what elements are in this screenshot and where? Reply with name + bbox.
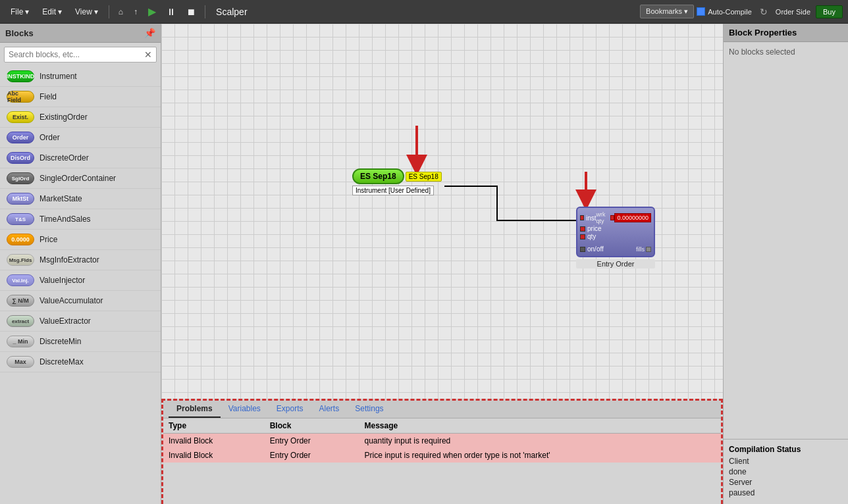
tab-variables[interactable]: Variables — [221, 401, 269, 418]
auto-compile-checkbox[interactable] — [697, 7, 705, 16]
block-icon: ∑ N/M — [7, 295, 34, 307]
server-status-row: Server — [729, 478, 843, 487]
main-layout: Blocks 📌 ✕ INSTKIND Instrument Abc Field… — [0, 24, 848, 504]
block-item-order[interactable]: Order Order — [0, 128, 161, 148]
tab-problems[interactable]: Problems — [169, 401, 221, 418]
block-label: ValueExtractor — [40, 316, 91, 326]
order-node-label: Entry Order — [576, 259, 655, 268]
fills-port-out — [646, 247, 651, 252]
no-selection-label: No blocks selected — [729, 47, 795, 57]
block-item-existingorder[interactable]: Exist. ExistingOrder — [0, 107, 161, 128]
order-row-onoff: on/off fills — [580, 245, 651, 253]
client-status-row: Client — [729, 457, 843, 466]
menu-separator-2 — [205, 5, 205, 18]
block-label: ValueAccumulator — [40, 296, 103, 305]
entry-order-node[interactable]: inst wrk qty 0.00000000 price qty — [576, 207, 655, 268]
search-input[interactable] — [5, 47, 140, 62]
block-label: ExistingOrder — [40, 113, 88, 122]
pin-icon[interactable]: 📌 — [144, 28, 155, 38]
block-icon: DisOrd — [7, 152, 34, 164]
canvas[interactable]: ES Sep18 ES Sep18 Instrument [User Defin… — [161, 24, 723, 399]
play-button[interactable]: ▶ — [144, 4, 160, 19]
block-icon: Max — [7, 356, 34, 368]
search-clear-button[interactable]: ✕ — [140, 49, 156, 60]
col-message: Message — [359, 418, 721, 434]
auto-compile-toggle[interactable]: Auto-Compile — [697, 7, 752, 16]
menu-bar: File ▾ Edit ▾ View ▾ ⌂ ↑ ▶ ⏸ ⏹ Scalper B… — [0, 0, 848, 24]
stop-button[interactable]: ⏹ — [182, 5, 199, 18]
qty-port-in — [580, 234, 585, 239]
table-header-row: TypeBlockMessage — [163, 418, 721, 434]
block-item-field[interactable]: Abc Field Field — [0, 87, 161, 107]
block-item-valueaccumulator[interactable]: ∑ N/M ValueAccumulator — [0, 291, 161, 311]
order-block: inst wrk qty 0.00000000 price qty — [576, 207, 655, 257]
block-item-marketstate[interactable]: MktSt MarketState — [0, 189, 161, 209]
bottom-table-container: TypeBlockMessage Invalid BlockEntry Orde… — [163, 418, 721, 463]
menu-separator-1 — [109, 5, 109, 18]
tab-settings[interactable]: Settings — [347, 401, 391, 418]
es-port: ES Sep18 — [406, 172, 442, 182]
nav-home-button[interactable]: ⌂ — [115, 6, 127, 18]
block-item-discretemax[interactable]: Max DiscreteMax — [0, 352, 161, 372]
block-label: Field — [40, 92, 57, 101]
bottom-tabs: ProblemsVariablesExportsAlertsSettings — [163, 401, 721, 418]
order-row-price: price — [580, 225, 651, 232]
nav-up-button[interactable]: ↑ — [130, 6, 142, 18]
block-icon: _ Min — [7, 336, 34, 347]
block-list: INSTKIND Instrument Abc Field Field Exis… — [0, 66, 161, 504]
bookmarks-button[interactable]: Bookmarks ▾ — [640, 5, 694, 18]
block-item-instrument[interactable]: INSTKIND Instrument — [0, 66, 161, 87]
refresh-icon[interactable]: ↻ — [760, 7, 768, 17]
block-item-singleordercontainer[interactable]: SglOrd SingleOrderContainer — [0, 168, 161, 189]
cell-block: Entry Order — [265, 434, 359, 449]
block-item-msginfoextractor[interactable]: Msg.Flds MsgInfoExtractor — [0, 250, 161, 270]
tab-exports[interactable]: Exports — [269, 401, 311, 418]
compilation-status-title: Compilation Status — [729, 445, 843, 454]
es-sep18-node[interactable]: ES Sep18 ES Sep18 Instrument [User Defin… — [352, 168, 442, 195]
es-box[interactable]: ES Sep18 — [352, 168, 404, 184]
block-icon: Order — [7, 132, 34, 143]
block-properties-content: No blocks selected — [724, 42, 848, 62]
block-label: DiscreteMax — [40, 357, 84, 366]
compilation-section: Compilation Status Client done Server pa… — [724, 439, 848, 504]
sidebar: Blocks 📌 ✕ INSTKIND Instrument Abc Field… — [0, 24, 161, 504]
block-icon: Val.Inj. — [7, 274, 34, 286]
edit-menu[interactable]: Edit ▾ — [37, 5, 67, 19]
block-icon: INSTKIND — [7, 70, 34, 82]
block-item-discreteorder[interactable]: DisOrd DiscreteOrder — [0, 148, 161, 168]
block-label: Price — [40, 235, 57, 244]
table-row: Invalid BlockEntry OrderPrice input is r… — [163, 448, 721, 463]
cell-block: Entry Order — [265, 448, 359, 463]
block-item-valueextractor[interactable]: extract ValueExtractor — [0, 311, 161, 332]
sidebar-title: Blocks — [5, 28, 34, 38]
block-item-valueinjector[interactable]: Val.Inj. ValueInjector — [0, 270, 161, 291]
client-label: Client — [729, 457, 749, 466]
cell-type: Invalid Block — [163, 448, 265, 463]
col-block: Block — [265, 418, 359, 434]
block-icon: Abc Field — [7, 91, 34, 103]
block-icon: extract — [7, 315, 34, 327]
block-item-timeandsales[interactable]: T&S TimeAndSales — [0, 209, 161, 230]
block-icon: 0.0000 — [7, 234, 34, 245]
client-value-row: done — [729, 467, 843, 476]
file-menu[interactable]: File ▾ — [5, 5, 34, 19]
cell-type: Invalid Block — [163, 434, 265, 449]
pause-button[interactable]: ⏸ — [163, 5, 180, 18]
block-item-price[interactable]: 0.0000 Price — [0, 230, 161, 250]
client-value: done — [729, 467, 747, 476]
block-label: Order — [40, 133, 60, 142]
table-row: Invalid BlockEntry Orderquantity input i… — [163, 434, 721, 449]
block-icon: SglOrd — [7, 172, 34, 184]
block-label: TimeAndSales — [40, 214, 91, 224]
buy-button[interactable]: Buy — [816, 5, 843, 18]
block-label: SingleOrderContainer — [40, 174, 116, 183]
view-menu[interactable]: View ▾ — [70, 5, 103, 19]
block-item-discretemin[interactable]: _ Min DiscreteMin — [0, 332, 161, 352]
order-row-qty: qty — [580, 233, 651, 240]
server-label: Server — [729, 478, 752, 487]
server-value-row: paused — [729, 488, 843, 497]
price-port-in — [580, 226, 585, 232]
tab-alerts[interactable]: Alerts — [311, 401, 348, 418]
canvas-area: ES Sep18 ES Sep18 Instrument [User Defin… — [161, 24, 723, 504]
block-icon: MktSt — [7, 193, 34, 205]
